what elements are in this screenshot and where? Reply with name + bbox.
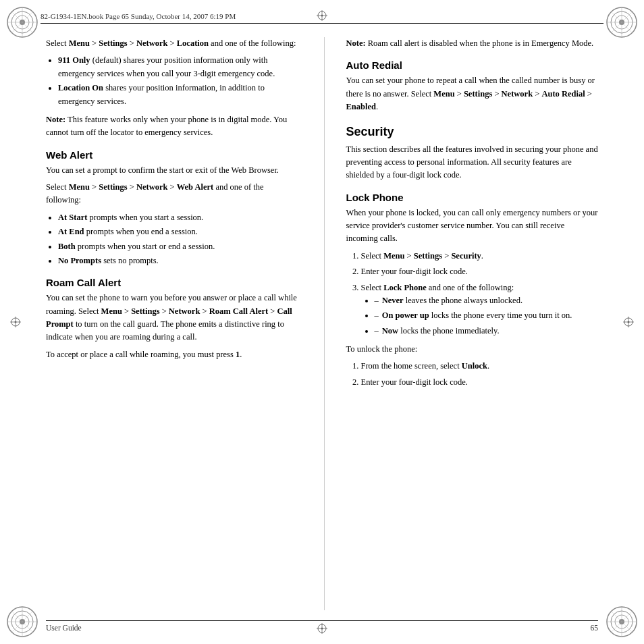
- security-p1: This section describes all the features …: [346, 143, 599, 182]
- bullet-both: Both prompts when you start or end a ses…: [58, 240, 298, 253]
- footer-right: 65: [591, 624, 599, 632]
- footer-left: User Guide: [46, 624, 82, 632]
- lock-step-1: Select Menu > Settings > Security.: [361, 250, 599, 263]
- bullet-location-on: Location On shares your position informa…: [58, 82, 298, 108]
- top-bar: 82-G1934-1EN.book Page 65 Sunday, Octobe…: [41, 12, 603, 24]
- bullet-no-prompts: No Prompts sets no prompts.: [58, 254, 298, 267]
- roam-p2: To accept or place a call while roaming,…: [46, 348, 298, 361]
- web-alert-p1: You can set a prompt to confirm the star…: [46, 164, 298, 177]
- roam-p1: You can set the phone to warn you before…: [46, 292, 298, 344]
- location-bullets: 911 Only (default) shares your position …: [58, 54, 298, 108]
- sub-never: Never leaves the phone always unlocked.: [375, 294, 599, 307]
- security-heading: Security: [346, 125, 599, 139]
- deco-circle-tr: [605, 5, 639, 39]
- lock-phone-sub-list: Never leaves the phone always unlocked. …: [375, 294, 599, 338]
- note2: Note: Roam call alert is disabled when t…: [346, 37, 599, 50]
- web-alert-bullets: At Start prompts when you start a sessio…: [58, 211, 298, 268]
- sub-now: Now locks the phone immediately.: [375, 325, 599, 338]
- crosshair-left: [9, 316, 22, 328]
- intro-text: Select Menu > Settings > Network > Locat…: [46, 37, 298, 50]
- column-divider: [324, 37, 325, 610]
- unlock-step-1: From the home screen, select Unlock.: [361, 360, 599, 373]
- lock-phone-steps: Select Menu > Settings > Security. Enter…: [361, 250, 599, 338]
- lock-step-3: Select Lock Phone and one of the followi…: [361, 281, 599, 338]
- col-left: Select Menu > Settings > Network > Locat…: [46, 37, 305, 610]
- content-area: Select Menu > Settings > Network > Locat…: [46, 37, 598, 610]
- unlock-steps: From the home screen, select Unlock. Ent…: [361, 360, 599, 389]
- lock-phone-heading: Lock Phone: [346, 192, 599, 203]
- web-alert-p2: Select Menu > Settings > Network > Web A…: [46, 181, 298, 207]
- bullet-at-start: At Start prompts when you start a sessio…: [58, 211, 298, 224]
- auto-redial-p1: You can set your phone to repeat a call …: [346, 74, 599, 113]
- footer: User Guide 65: [46, 620, 598, 632]
- unlock-intro: To unlock the phone:: [346, 343, 599, 356]
- sub-on-power-up: On power up locks the phone every time y…: [375, 309, 599, 322]
- deco-circle-bl: [5, 605, 39, 639]
- page-frame: 82-G1934-1EN.book Page 65 Sunday, Octobe…: [0, 0, 644, 644]
- lock-phone-p1: When your phone is locked, you can call …: [346, 207, 599, 246]
- web-alert-heading: Web Alert: [46, 149, 298, 161]
- deco-circle-tl: [5, 5, 39, 39]
- bullet-911: 911 Only (default) shares your position …: [58, 54, 298, 80]
- bullet-at-end: At End prompts when you end a session.: [58, 225, 298, 238]
- note1: Note: This feature works only when your …: [46, 113, 298, 140]
- lock-step-2: Enter your four-digit lock code.: [361, 265, 599, 278]
- col-right: Note: Roam call alert is disabled when t…: [344, 37, 599, 610]
- roam-call-alert-heading: Roam Call Alert: [46, 277, 298, 288]
- book-info: 82-G1934-1EN.book Page 65 Sunday, Octobe…: [41, 12, 236, 20]
- deco-circle-br: [605, 605, 639, 639]
- crosshair-right: [622, 316, 635, 328]
- auto-redial-heading: Auto Redial: [346, 59, 599, 71]
- unlock-step-2: Enter your four-digit lock code.: [361, 376, 599, 389]
